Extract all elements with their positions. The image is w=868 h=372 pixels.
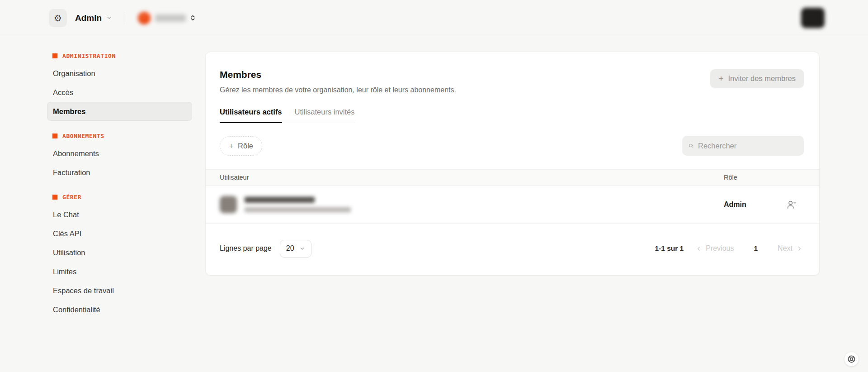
admin-label: Admin (75, 13, 102, 23)
settings-button[interactable]: ⚙ (49, 9, 67, 27)
help-button[interactable] (844, 352, 859, 366)
sidebar-item-cles-api[interactable]: Clés API (47, 224, 192, 243)
chevron-down-icon (106, 15, 112, 21)
rows-per-page: Lignes par page 20 (220, 240, 311, 258)
sidebar-item-confidentialite[interactable]: Confidentialité (47, 300, 192, 319)
sidebar-section-gerer: GÉRER (47, 189, 192, 205)
chevron-down-icon (299, 246, 305, 252)
next-button[interactable]: Next (778, 244, 803, 253)
rows-per-page-value: 20 (286, 244, 294, 253)
member-name-redacted (245, 197, 315, 203)
header-divider (125, 11, 125, 25)
pagination-bar: Lignes par page 20 1-1 sur 1 Previous 1 … (206, 224, 819, 275)
page-title: Membres (220, 69, 456, 80)
sidebar-item-utilisation[interactable]: Utilisation (47, 243, 192, 262)
tab-utilisateurs-invites[interactable]: Utilisateurs invités (295, 108, 355, 123)
chevron-left-icon (695, 245, 702, 252)
range-label: 1-1 sur 1 (655, 244, 684, 253)
sidebar-item-le-chat[interactable]: Le Chat (47, 205, 192, 224)
sidebar-item-limites[interactable]: Limites (47, 262, 192, 281)
section-title: GÉRER (62, 194, 81, 200)
members-card: Membres Gérez les membres de votre organ… (205, 52, 820, 276)
pager: 1-1 sur 1 Previous 1 Next (655, 244, 803, 253)
previous-button[interactable]: Previous (695, 244, 734, 253)
user-tabs: Utilisateurs actifs Utilisateurs invités (220, 108, 355, 123)
section-title: ADMINISTRATION (62, 52, 116, 59)
sidebar-section-administration: ADMINISTRATION (47, 48, 192, 64)
role-filter-label: Rôle (238, 142, 253, 150)
top-header: ⚙ Admin (0, 0, 868, 36)
member-identity (245, 197, 351, 212)
org-selector[interactable] (138, 12, 196, 24)
user-avatar-redacted[interactable] (801, 8, 825, 28)
sidebar-item-espaces-de-travail[interactable]: Espaces de travail (47, 281, 192, 300)
rows-per-page-select[interactable]: 20 (280, 240, 311, 258)
plus-icon: + (718, 74, 723, 83)
org-name-redacted (155, 14, 186, 22)
current-page-number: 1 (754, 244, 758, 253)
sidebar-item-abonnements[interactable]: Abonnements (47, 144, 192, 163)
gear-icon: ⚙ (54, 13, 62, 24)
admin-menu[interactable]: Admin (75, 13, 112, 23)
sidebar-item-acces[interactable]: Accès (47, 83, 192, 102)
table-toolbar: + Rôle (220, 136, 804, 156)
tab-utilisateurs-actifs[interactable]: Utilisateurs actifs (220, 108, 282, 123)
org-logo-redacted (138, 12, 151, 24)
rows-per-page-label: Lignes par page (220, 244, 272, 253)
lifebuoy-icon (847, 355, 856, 363)
plus-icon: + (229, 142, 234, 150)
column-role: Rôle (724, 174, 779, 181)
section-title: ABONNEMENTS (62, 133, 104, 139)
role-filter-button[interactable]: + Rôle (220, 136, 262, 156)
chevron-right-icon (796, 245, 803, 252)
remove-member-button[interactable] (779, 200, 804, 210)
invite-members-button[interactable]: + Inviter des membres (710, 69, 804, 88)
search-box (682, 136, 804, 156)
card-header: Membres Gérez les membres de votre organ… (206, 52, 819, 94)
member-role: Admin (724, 200, 779, 209)
sidebar-item-facturation[interactable]: Facturation (47, 163, 192, 182)
section-square-icon (52, 195, 57, 200)
section-square-icon (52, 134, 57, 138)
search-icon (689, 142, 693, 150)
sidebar-item-membres[interactable]: Membres (47, 102, 192, 121)
member-avatar-redacted (220, 196, 237, 213)
user-minus-icon (787, 200, 797, 210)
sidebar: ADMINISTRATION Organisation Accès Membre… (47, 36, 192, 319)
page-subtitle: Gérez les membres de votre organisation,… (220, 86, 456, 94)
previous-label: Previous (706, 244, 734, 253)
user-cell (220, 196, 724, 213)
sidebar-item-organisation[interactable]: Organisation (47, 64, 192, 83)
next-label: Next (778, 244, 793, 253)
sidebar-section-abonnements: ABONNEMENTS (47, 128, 192, 144)
invite-members-label: Inviter des membres (728, 74, 796, 83)
member-email-redacted (245, 207, 351, 212)
column-utilisateur: Utilisateur (220, 174, 724, 181)
table-header-row: Utilisateur Rôle (206, 169, 819, 186)
table-row: Admin (206, 186, 819, 224)
search-input[interactable] (698, 142, 797, 150)
section-square-icon (52, 53, 57, 58)
chevrons-up-down-icon (189, 14, 196, 21)
